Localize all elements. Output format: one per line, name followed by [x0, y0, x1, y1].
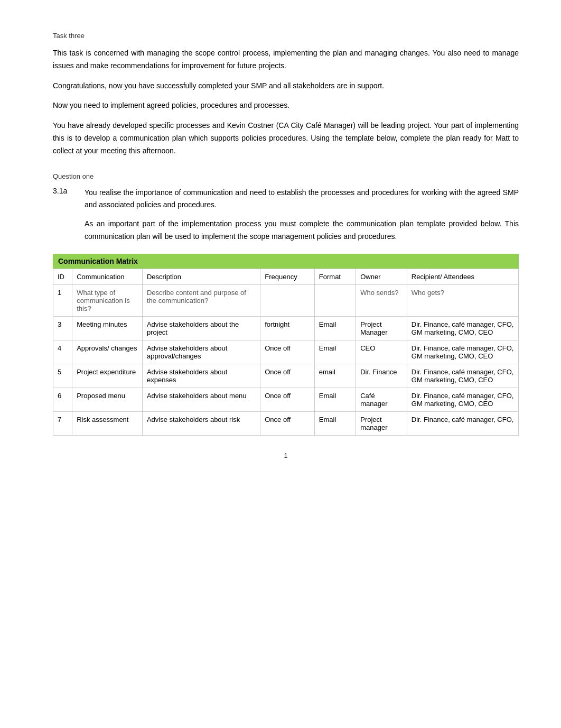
cell-format: Email — [314, 411, 356, 435]
cell-id: 4 — [53, 340, 72, 364]
col-header-description: Description — [142, 269, 260, 284]
matrix-title: Communication Matrix — [53, 254, 519, 269]
cell-communication: Project expenditure — [72, 364, 143, 388]
table-row: 6 Proposed menu Advise stakeholders abou… — [53, 388, 519, 411]
cell-recip-placeholder: Who gets? — [407, 284, 518, 316]
cell-frequency: Once off — [260, 411, 315, 435]
cell-id: 3 — [53, 316, 72, 340]
cell-freq-placeholder — [260, 284, 315, 316]
cell-id: 7 — [53, 411, 72, 435]
matrix-table: ID Communication Description Frequency F… — [53, 269, 519, 436]
cell-owner: Project manager — [356, 411, 407, 435]
table-row: 3 Meeting minutes Advise stakeholders ab… — [53, 316, 519, 340]
question-subtext: As an important part of the implementati… — [85, 218, 519, 243]
col-header-communication: Communication — [72, 269, 143, 284]
col-header-owner: Owner — [356, 269, 407, 284]
cell-owner-placeholder: Who sends? — [356, 284, 407, 316]
cell-description: Advise stakeholders about menu — [142, 388, 260, 411]
intro-paragraph-4: You have already developed specific proc… — [53, 119, 519, 157]
cell-id: 6 — [53, 388, 72, 411]
table-row: 5 Project expenditure Advise stakeholder… — [53, 364, 519, 388]
cell-owner: CEO — [356, 340, 407, 364]
cell-frequency: Once off — [260, 388, 315, 411]
cell-desc-placeholder: Describe content and purpose of the comm… — [142, 284, 260, 316]
question-block: 3.1a You realise the importance of commu… — [53, 187, 519, 243]
table-row: 4 Approvals/ changes Advise stakeholders… — [53, 340, 519, 364]
communication-matrix: Communication Matrix ID Communication De… — [53, 254, 519, 436]
cell-description: Advise stakeholders about approval/chang… — [142, 340, 260, 364]
cell-description: Advise stakeholders about expenses — [142, 364, 260, 388]
cell-communication: Approvals/ changes — [72, 340, 143, 364]
intro-paragraph-2: Congratulations, now you have successful… — [53, 80, 519, 93]
cell-recipient: Dir. Finance, café manager, CFO, — [407, 411, 518, 435]
cell-format-placeholder — [314, 284, 356, 316]
question-text: You realise the importance of communicat… — [85, 187, 519, 212]
cell-comm-placeholder: What type of communication is this? — [72, 284, 143, 316]
cell-recipient: Dir. Finance, café manager, CFO, GM mark… — [407, 340, 518, 364]
task-label: Task three — [53, 32, 519, 40]
cell-description: Advise stakeholders about risk — [142, 411, 260, 435]
cell-format: Email — [314, 388, 356, 411]
cell-format: email — [314, 364, 356, 388]
cell-communication: Risk assessment — [72, 411, 143, 435]
cell-communication: Meeting minutes — [72, 316, 143, 340]
cell-owner: Café manager — [356, 388, 407, 411]
question-label: Question one — [53, 172, 519, 180]
cell-format: Email — [314, 316, 356, 340]
cell-id-placeholder: 1 — [53, 284, 72, 316]
cell-owner: Dir. Finance — [356, 364, 407, 388]
col-header-frequency: Frequency — [260, 269, 315, 284]
cell-recipient: Dir. Finance, café manager, CFO, GM mark… — [407, 316, 518, 340]
cell-communication: Proposed menu — [72, 388, 143, 411]
cell-recipient: Dir. Finance, café manager, CFO, GM mark… — [407, 364, 518, 388]
intro-paragraph-1: This task is concerned with managing the… — [53, 47, 519, 72]
table-header-row: ID Communication Description Frequency F… — [53, 269, 519, 284]
intro-paragraph-3: Now you need to implement agreed policie… — [53, 99, 519, 112]
table-row-placeholder: 1 What type of communication is this? De… — [53, 284, 519, 316]
cell-frequency: fortnight — [260, 316, 315, 340]
page-number: 1 — [53, 451, 519, 459]
cell-format: Email — [314, 340, 356, 364]
col-header-format: Format — [314, 269, 356, 284]
col-header-id: ID — [53, 269, 72, 284]
cell-owner: Project Manager — [356, 316, 407, 340]
question-number: 3.1a — [53, 187, 85, 243]
col-header-recipient: Recipient/ Attendees — [407, 269, 518, 284]
cell-description: Advise stakeholders about the project — [142, 316, 260, 340]
cell-id: 5 — [53, 364, 72, 388]
table-row: 7 Risk assessment Advise stakeholders ab… — [53, 411, 519, 435]
cell-frequency: Once off — [260, 340, 315, 364]
cell-frequency: Once off — [260, 364, 315, 388]
cell-recipient: Dir. Finance, café manager, CFO, GM mark… — [407, 388, 518, 411]
